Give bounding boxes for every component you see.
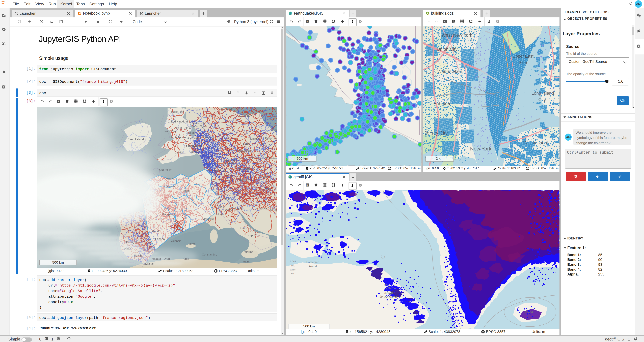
svg-text:$_: $_: [444, 20, 446, 23]
svg-text:Groningen: Groningen: [203, 136, 216, 139]
svg-text:Alger: Alger: [183, 257, 189, 260]
svg-text:Île de Baffin: Île de Baffin: [380, 295, 397, 299]
svg-text:New York: New York: [470, 146, 492, 151]
svg-text:Great Britain: Great Britain: [175, 126, 191, 130]
svg-text:Gdansk: Gdansk: [271, 128, 277, 132]
svg-text:Hamburg: Hamburg: [224, 137, 236, 140]
svg-text:Wien: Wien: [263, 175, 269, 178]
svg-text:Marseille: Marseille: [202, 217, 214, 221]
svg-text:Isle of Man: Isle of Man: [164, 130, 178, 133]
svg-text:Williamsburg: Williamsburg: [524, 140, 548, 145]
svg-text:Weehawken: Weehawken: [438, 69, 462, 74]
svg-text:London: London: [190, 150, 199, 153]
svg-text:Hrvatska: Hrvatska: [256, 207, 267, 210]
svg-text:Side: Side: [518, 60, 527, 65]
svg-text:Bydgoszcz: Bydgoszcz: [265, 137, 277, 140]
svg-text:Island: Island: [525, 311, 533, 314]
svg-text:Newcastle: Newcastle: [192, 122, 206, 125]
svg-text:am Main: am Main: [224, 162, 235, 165]
svg-text:United Kingdom: United Kingdom: [168, 120, 188, 123]
svg-text:Torino: Torino: [216, 205, 224, 208]
svg-text:Cardiff: Cardiff: [175, 151, 183, 154]
svg-text:Manchester: Manchester: [171, 136, 186, 139]
svg-text:$_: $_: [306, 184, 309, 187]
svg-text:Hoboken: Hoboken: [433, 101, 452, 106]
svg-text:Frankfurt: Frankfurt: [224, 159, 235, 162]
svg-text:Island -: Island -: [384, 291, 395, 294]
svg-text:Nantes: Nantes: [166, 185, 176, 188]
svg-text:Napoli: Napoli: [248, 234, 256, 237]
svg-text:ᐃᑎcᑦ: ᐃᑎcᑦ: [290, 260, 296, 263]
svg-text:upon Tyne: upon Tyne: [193, 125, 206, 128]
svg-text:Malta: Malta: [243, 260, 250, 264]
svg-text:Sheffield: Sheffield: [187, 137, 198, 140]
svg-text:Szczecin: Szczecin: [250, 137, 261, 140]
svg-text:nce: nce: [291, 264, 295, 267]
svg-text:$_: $_: [45, 338, 48, 340]
svg-text:Lisboa: Lisboa: [123, 248, 131, 251]
svg-text:Vales: Vales: [290, 268, 296, 271]
svg-text:Sevilla: Sevilla: [134, 254, 142, 257]
svg-text:Pamplona: Pamplona: [162, 213, 175, 216]
svg-text:Graz: Graz: [265, 187, 271, 190]
svg-text:Jersey City: Jersey City: [424, 130, 448, 136]
svg-text:Berlin: Berlin: [243, 142, 250, 145]
svg-text:Eire / Ireland: Eire / Ireland: [128, 138, 144, 141]
svg-text:Leeds: Leeds: [187, 131, 194, 134]
svg-text:España: España: [155, 237, 165, 241]
svg-text:Birmingham: Birmingham: [186, 144, 201, 147]
svg-text:Rennes: Rennes: [165, 177, 174, 181]
svg-text:ᴉᴍᴑج: ᴉᴍᴑج: [384, 283, 390, 286]
svg-text:Magdeburg: Magdeburg: [238, 149, 252, 153]
svg-text:Valencia: Valencia: [171, 240, 182, 243]
svg-text:Nürnberg: Nürnberg: [238, 167, 250, 170]
svg-text:$_: $_: [306, 20, 309, 23]
svg-text:Upper East: Upper East: [512, 54, 534, 58]
svg-text:Oran: Oran: [164, 257, 170, 260]
svg-text:Island: Island: [309, 265, 317, 268]
svg-text:Long Island: Long Island: [532, 91, 554, 96]
svg-text:France: France: [181, 189, 190, 192]
svg-text:Portugal: Portugal: [126, 241, 137, 244]
svg-text:and: and: [291, 272, 296, 275]
svg-text:Milano: Milano: [225, 198, 234, 201]
svg-text:Poznań: Poznań: [262, 143, 272, 146]
svg-text:Monaco: Monaco: [216, 213, 226, 216]
svg-text:Wrocław: Wrocław: [265, 156, 276, 160]
svg-text:- Baffin: - Baffin: [386, 287, 396, 290]
svg-text:Danmark: Danmark: [221, 108, 232, 111]
svg-text:Dresden: Dresden: [251, 156, 262, 160]
svg-text:$_: $_: [58, 100, 60, 103]
svg-text:Guernsey: Guernsey: [159, 168, 172, 171]
svg-text:Palma: Palma: [188, 242, 196, 246]
svg-text:Malaga: Malaga: [152, 257, 161, 260]
svg-text:Bologna: Bologna: [232, 207, 242, 210]
svg-text:Gibraltar: Gibraltar: [143, 262, 154, 265]
svg-text:Somerset: Somerset: [306, 261, 319, 264]
svg-text:Union City: Union City: [437, 47, 458, 52]
svg-text:Palermo: Palermo: [243, 250, 253, 254]
svg-text:Luxembourg: Luxembourg: [209, 169, 225, 172]
svg-text:Constantine: Constantine: [202, 253, 217, 256]
svg-text:Madrid: Madrid: [152, 230, 160, 233]
svg-text:City: City: [538, 97, 546, 102]
svg-text:Roma: Roma: [240, 227, 247, 230]
svg-text:København: København: [239, 114, 254, 117]
svg-text:West New York: West New York: [442, 33, 472, 38]
svg-text:Stuttgart: Stuttgart: [224, 174, 234, 177]
svg-text:München: München: [238, 178, 250, 182]
svg-text:Sarajevo: Sarajevo: [270, 208, 277, 212]
svg-text:Edinburgh: Edinburgh: [171, 110, 184, 114]
